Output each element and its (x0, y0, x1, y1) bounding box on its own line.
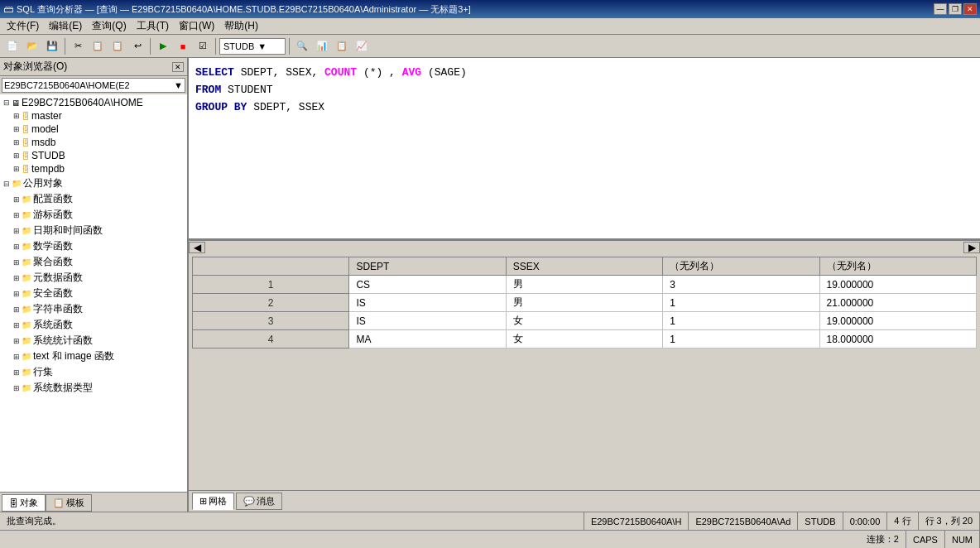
results-table: SDEPT SSEX （无列名） （无列名） 1 CS 男 3 19.00000… (192, 257, 977, 349)
execute-button[interactable]: ▶ (154, 37, 172, 55)
cell-col3: 3 (663, 276, 819, 294)
tree-item-systypes[interactable]: ⊞ 📁 系统数据类型 (2, 380, 185, 396)
server-combobox[interactable]: E29BC7215B0640A\HOME(E2 ▼ (2, 78, 185, 93)
expand-icon: ⊟ (3, 180, 12, 188)
menu-tools[interactable]: 工具(T) (132, 17, 174, 35)
row-number: 1 (193, 276, 349, 294)
count-parens: (*) (363, 66, 382, 79)
server-text: E29BC7215B0640A\H (591, 517, 681, 526)
tab-messages[interactable]: 💬 消息 (236, 493, 282, 510)
tree-item-rowset[interactable]: ⊞ 📁 行集 (2, 364, 185, 380)
new-query-button[interactable]: 📄 (3, 37, 22, 55)
tab-grid[interactable]: ⊞ 网格 (192, 493, 234, 510)
tree-item-metadata[interactable]: ⊞ 📁 元数据函数 (2, 270, 185, 286)
tree-item-sysstat[interactable]: ⊞ 📁 系统统计函数 (2, 333, 185, 349)
scroll-left-btn[interactable]: ◀ (189, 242, 205, 253)
tree-root[interactable]: ⊟ 🖥 E29BC7215B0640A\HOME (2, 96, 185, 109)
tree-item-datetime[interactable]: ⊞ 📁 日期和时间函数 (2, 223, 185, 238)
avg-parens: (SAGE) (428, 66, 467, 79)
scroll-right-btn[interactable]: ▶ (963, 242, 980, 253)
tree-root-label: E29BC7215B0640A\HOME (22, 97, 143, 108)
tab-grid-label: 网格 (209, 495, 227, 507)
results-container: SDEPT SSEX （无列名） （无列名） 1 CS 男 3 19.00000… (189, 253, 980, 512)
object-browser-button[interactable]: 📊 (313, 37, 331, 55)
tree-item-model[interactable]: ⊞ 🗄 model (2, 123, 185, 136)
tree-item-math[interactable]: ⊞ 📁 数学函数 (2, 238, 185, 254)
paste-button[interactable]: 📋 (108, 37, 127, 55)
function-avg: AVG (402, 66, 421, 79)
results-grid: SDEPT SSEX （无列名） （无列名） 1 CS 男 3 19.00000… (189, 253, 980, 490)
tree-label: 日期和时间函数 (33, 224, 103, 238)
tree-item-studb[interactable]: ⊞ 🗄 STUDB (2, 149, 185, 162)
restore-button[interactable]: ❐ (949, 3, 962, 15)
query-editor[interactable]: SELECT SDEPT, SSEX, COUNT (*) , AVG (SAG… (189, 58, 980, 240)
row-number: 2 (193, 294, 349, 312)
database-selector[interactable]: STUDB ▼ (219, 38, 286, 55)
caps-text: CAPS (913, 535, 938, 545)
tree-item-system[interactable]: ⊞ 📁 系统函数 (2, 317, 185, 333)
cell-col4: 21.000000 (819, 294, 976, 312)
minimize-button[interactable]: — (934, 3, 947, 15)
table-row[interactable]: 4 MA 女 1 18.000000 (193, 330, 977, 349)
query-columns: SDEPT, SSEX, (241, 66, 324, 79)
tab-objects-label: 对象 (20, 497, 38, 509)
table-row[interactable]: 3 IS 女 1 19.000000 (193, 312, 977, 330)
col-header-rownum (193, 257, 349, 276)
tree-label: 字符串函数 (33, 302, 83, 316)
template-button[interactable]: 📋 (333, 37, 351, 55)
copy-button[interactable]: 📋 (89, 37, 107, 55)
title-bar-buttons[interactable]: — ❐ ✕ (934, 3, 977, 15)
tree-label: 行集 (33, 365, 53, 379)
query-plan-button[interactable]: 📈 (353, 37, 371, 55)
folder-icon: 📁 (22, 368, 31, 377)
search-button[interactable]: 🔍 (293, 37, 311, 55)
tree-item-msdb[interactable]: ⊞ 🗄 msdb (2, 136, 185, 149)
tree-item-security[interactable]: ⊞ 📁 安全函数 (2, 286, 185, 301)
tree-item-aggregate[interactable]: ⊞ 📁 聚合函数 (2, 254, 185, 270)
menu-help[interactable]: 帮助(H) (219, 17, 263, 35)
expand-icon: ⊞ (13, 274, 22, 282)
tab-objects[interactable]: 🗄 对象 (2, 494, 46, 512)
window-title: SQL 查询分析器 — [查询 — E29BC7215B0640A\HOME.S… (17, 3, 471, 16)
menu-file[interactable]: 文件(F) (2, 17, 44, 35)
expand-icon: ⊞ (13, 227, 22, 235)
save-button[interactable]: 💾 (43, 37, 61, 55)
col-header-ssex: SSEX (506, 257, 662, 276)
expand-icon: ⊞ (13, 321, 22, 329)
editor-hscrollbar[interactable]: ◀ ▶ (189, 240, 980, 253)
server-value: E29BC7215B0640A\HOME(E2 (4, 80, 130, 90)
menu-query[interactable]: 查询(Q) (87, 17, 131, 35)
tree-item-cursor[interactable]: ⊞ 📁 游标函数 (2, 207, 185, 223)
status-user: E29BC7215B0640A\Ad (689, 512, 798, 530)
rows-text: 4 行 (894, 515, 910, 527)
tab-templates[interactable]: 📋 模板 (46, 494, 92, 512)
close-button[interactable]: ✕ (963, 3, 977, 15)
open-button[interactable]: 📂 (23, 37, 41, 55)
tree-item-textimage[interactable]: ⊞ 📁 text 和 image 函数 (2, 349, 185, 364)
db-icon: 🗄 (22, 112, 30, 121)
status-time: 0:00:00 (843, 512, 888, 530)
stop-button[interactable]: ■ (174, 37, 192, 55)
table-row[interactable]: 1 CS 男 3 19.000000 (193, 276, 977, 294)
tree-item-string[interactable]: ⊞ 📁 字符串函数 (2, 301, 185, 317)
cut-button[interactable]: ✂ (69, 37, 87, 55)
expand-icon: ⊞ (13, 337, 22, 345)
tree-item-master[interactable]: ⊞ 🗄 master (2, 109, 185, 123)
tree-label: 系统数据类型 (33, 381, 93, 395)
tree-label: 游标函数 (33, 208, 73, 222)
col-header-sdept: SDEPT (349, 257, 506, 276)
keyword-from: FROM (195, 84, 221, 96)
tree-item-tempdb[interactable]: ⊞ 🗄 tempdb (2, 162, 185, 175)
user-text: E29BC7215B0640A\Ad (695, 517, 790, 526)
status-rows: 4 行 (887, 512, 918, 530)
tree-item-public[interactable]: ⊟ 📁 公用对象 (2, 175, 185, 191)
menu-window[interactable]: 窗口(W) (174, 17, 219, 35)
table-row[interactable]: 2 IS 男 1 21.000000 (193, 294, 977, 312)
undo-button[interactable]: ↩ (128, 37, 147, 55)
panel-close-button[interactable]: ✕ (172, 62, 184, 72)
parse-button[interactable]: ☑ (194, 37, 212, 55)
menu-edit[interactable]: 编辑(E) (44, 17, 87, 35)
tree-item-config[interactable]: ⊞ 📁 配置函数 (2, 191, 185, 207)
tree-label: 配置函数 (33, 192, 73, 206)
cell-col3: 1 (663, 294, 819, 312)
